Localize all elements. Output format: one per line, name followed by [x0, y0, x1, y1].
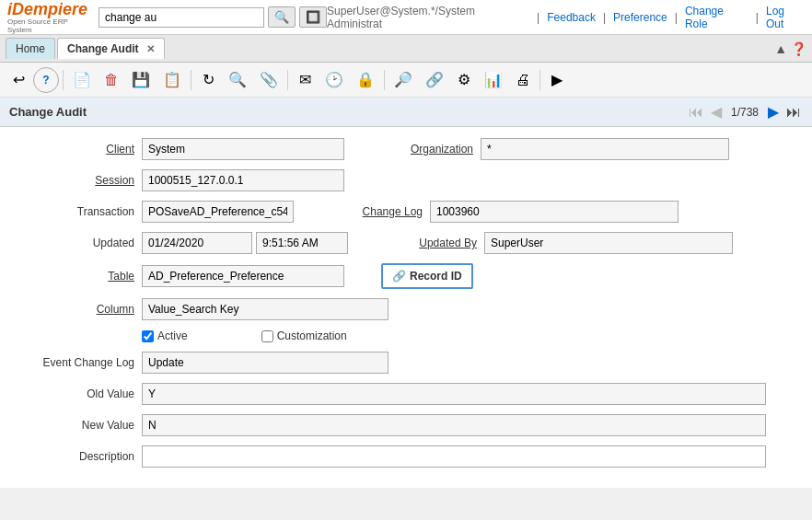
column-input[interactable]: [142, 298, 389, 320]
updated-by-group: Updated By: [385, 232, 797, 254]
transaction-label: Transaction: [15, 205, 134, 218]
search-button[interactable]: 🔍: [268, 6, 296, 28]
history-button[interactable]: 🕑: [319, 67, 349, 93]
active-checkbox-group: Active: [142, 329, 188, 342]
new-value-row: New Value: [15, 414, 797, 436]
client-label[interactable]: Client: [15, 143, 134, 156]
relation-button[interactable]: 🔗: [420, 67, 449, 93]
description-label: Description: [15, 450, 134, 463]
prev-record-button[interactable]: ◀: [709, 101, 724, 122]
change-role-link[interactable]: Change Role: [685, 5, 748, 30]
collapse-button[interactable]: ▲: [774, 41, 787, 56]
session-row: Session: [15, 169, 797, 191]
client-input[interactable]: [142, 138, 344, 160]
active-checkbox[interactable]: [142, 330, 154, 342]
record-id-group: 🔗 Record ID: [381, 263, 797, 289]
zoom-button[interactable]: 🔎: [389, 67, 418, 93]
tab-bar: Home Change Audit ✕ ▲ ❓: [0, 35, 812, 63]
event-change-log-input[interactable]: [142, 352, 389, 374]
toolbar-separator-1: [63, 70, 64, 90]
updated-date-input[interactable]: [142, 232, 252, 254]
updated-by-label[interactable]: Updated By: [385, 237, 477, 249]
form-area: Client Organization Session Transaction …: [0, 127, 812, 488]
tab-home-label: Home: [16, 42, 45, 55]
tab-close-button[interactable]: ✕: [146, 43, 155, 55]
logo-subtitle: Open Source ERP System: [7, 17, 91, 34]
record-id-button[interactable]: 🔗 Record ID: [381, 263, 473, 289]
customization-label: Customization: [277, 329, 347, 342]
preference-link[interactable]: Preference: [613, 11, 667, 24]
apps-button[interactable]: 🔲: [299, 6, 327, 28]
updated-label: Updated: [15, 237, 134, 249]
email-button[interactable]: ✉: [292, 67, 318, 93]
table-label[interactable]: Table: [15, 270, 134, 283]
report-button[interactable]: 📊: [479, 67, 508, 93]
session-label[interactable]: Session: [15, 174, 134, 187]
page-header: Change Audit ⏮ ◀ 1/738 ▶ ⏭: [0, 98, 812, 127]
change-log-group: Change Log: [331, 201, 797, 223]
lock-button[interactable]: 🔒: [351, 67, 380, 93]
tab-change-audit[interactable]: Change Audit ✕: [57, 38, 165, 59]
organization-group: Organization: [381, 138, 797, 160]
change-log-label[interactable]: Change Log: [331, 205, 423, 218]
new-value-label: New Value: [15, 419, 134, 432]
user-info: SuperUser@System.*/System Administrat: [327, 5, 529, 30]
top-right-nav: SuperUser@System.*/System Administrat | …: [327, 5, 805, 30]
client-org-row: Client Organization: [15, 138, 797, 160]
old-value-row: Old Value: [15, 383, 797, 405]
customization-checkbox-group: Customization: [261, 329, 347, 342]
change-log-input[interactable]: [430, 201, 679, 223]
first-record-button[interactable]: ⏮: [687, 102, 705, 122]
record-id-label: Record ID: [410, 270, 462, 283]
help-button[interactable]: ?: [33, 67, 59, 93]
delete-button[interactable]: 🗑: [99, 67, 124, 93]
feedback-link[interactable]: Feedback: [547, 11, 596, 24]
log-out-link[interactable]: Log Out: [766, 5, 805, 30]
record-counter: 1/738: [731, 106, 759, 119]
customization-checkbox[interactable]: [261, 330, 273, 342]
save-button[interactable]: 💾: [126, 67, 156, 93]
active-checkbox-label: Active: [157, 329, 188, 342]
last-record-button[interactable]: ⏭: [784, 102, 803, 122]
logo-area: iDempiere Open Source ERP System 🔍 🔲: [7, 1, 327, 34]
next-record-button[interactable]: ▶: [766, 101, 781, 122]
old-value-label: Old Value: [15, 387, 134, 400]
old-value-input[interactable]: [142, 383, 766, 405]
attachment-button[interactable]: 📎: [254, 67, 284, 93]
refresh-button[interactable]: ↻: [195, 67, 221, 93]
table-input[interactable]: [142, 265, 344, 287]
event-change-log-row: Event Change Log: [15, 352, 797, 374]
updated-time-input[interactable]: [256, 232, 348, 254]
toolbar-separator-5: [539, 70, 540, 90]
tab-controls: ▲ ❓: [774, 41, 806, 56]
logo-text: iDempiere: [7, 1, 91, 17]
transaction-changelog-row: Transaction Change Log: [15, 201, 797, 223]
new-value-input[interactable]: [142, 414, 766, 436]
search-input[interactable]: [99, 7, 264, 28]
logo: iDempiere Open Source ERP System: [7, 1, 91, 34]
customization-group: Customization: [261, 329, 797, 342]
print-button[interactable]: 🖨: [510, 67, 536, 93]
updated-by-input[interactable]: [484, 232, 733, 254]
organization-label[interactable]: Organization: [381, 143, 473, 156]
tab-active-label: Change Audit: [67, 42, 139, 55]
transaction-input[interactable]: [142, 201, 294, 223]
toolbar-separator-3: [287, 70, 288, 90]
toolbar-separator-2: [191, 70, 191, 90]
column-label[interactable]: Column: [15, 303, 134, 316]
search-area: 🔍 🔲: [99, 6, 327, 28]
more-button[interactable]: ▶: [544, 67, 570, 93]
workflow-button[interactable]: ⚙: [451, 67, 477, 93]
undo-button[interactable]: ↩: [6, 67, 31, 93]
active-customization-row: Active Customization: [15, 329, 797, 342]
organization-input[interactable]: [481, 138, 729, 160]
new-button[interactable]: 📄: [67, 67, 97, 93]
tab-home[interactable]: Home: [6, 38, 55, 59]
description-input[interactable]: [142, 445, 766, 468]
record-navigation: ⏮ ◀ 1/738 ▶ ⏭: [687, 101, 803, 122]
help-tab-button[interactable]: ❓: [791, 41, 806, 56]
column-row: Column: [15, 298, 797, 320]
find-button[interactable]: 🔍: [223, 67, 252, 93]
session-input[interactable]: [142, 169, 344, 191]
copy-button[interactable]: 📋: [157, 67, 187, 93]
